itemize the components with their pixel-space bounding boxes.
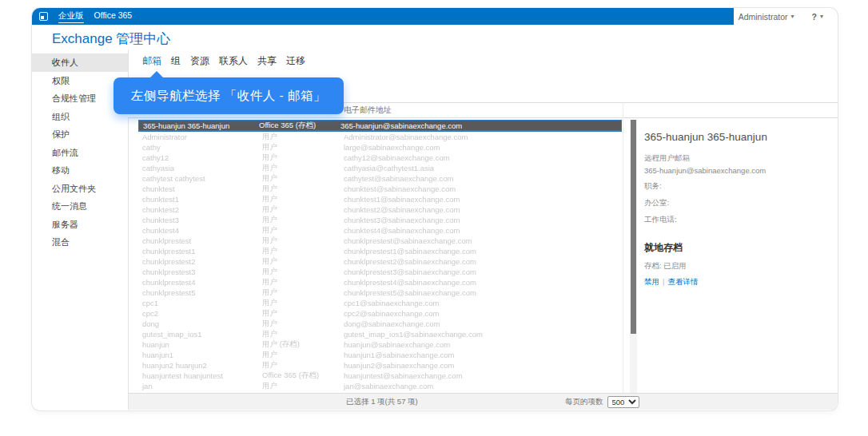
row-email: cpc1@sabinaexchange.com [344,299,622,307]
row-display-name: cathyasia [142,164,262,172]
user-menu[interactable]: Administrator ▾ [739,12,794,22]
table-row[interactable]: huanjun用户 (存档)huanjun@sabinaexchange.com [138,339,622,350]
row-mailbox-type: 用户 [262,256,344,267]
sidebar-item[interactable]: 混合 [32,233,128,252]
selection-status: 已选择 1 项(共 57 项) [346,394,418,410]
row-mailbox-type: 用户 [262,163,344,173]
table-row[interactable]: jan用户jan@sabinaexchange.com [138,381,622,391]
tab-active[interactable]: 邮箱 [142,54,161,68]
detail-field-label: 职务: [644,181,834,192]
table-row[interactable]: cathytest cathytest用户cathytest@sabinaexc… [138,173,622,184]
table-row[interactable]: chunktest3用户chunktest3@sabinaexchange.co… [138,215,622,225]
page-size-select[interactable]: 500 [607,396,639,408]
tab-item[interactable]: 共享 [257,54,277,68]
table-row[interactable]: cathyasia用户cathyasia@cathytest1.asia [138,163,622,173]
top-bar: 企业版Office 365 [32,8,734,25]
row-mailbox-type: 用户 (存档) [262,339,344,350]
sidebar-item[interactable]: 统一消息 [32,197,128,216]
table-row[interactable]: chunklprestest1用户chunklprestest1@sabinae… [138,246,622,256]
row-display-name: chunklprestest2 [142,257,262,266]
sidebar-item[interactable]: 服务器 [32,216,128,234]
table-row[interactable]: chunktest用户chunktest@sabinaexchange.com [138,184,622,194]
tab-item[interactable]: 迁移 [286,54,305,68]
tab-bar: 邮箱组资源联系人共享迁移 [142,54,305,68]
list-scrollbar[interactable] [630,120,637,393]
row-display-name: cathy12 [142,153,262,162]
help-icon: ? [812,12,817,22]
row-display-name: dong [142,319,262,328]
table-row[interactable]: chunklprestest用户chunklprestest@sabinaexc… [138,236,622,246]
archive-links: 禁用|查看详情 [644,277,834,287]
table-row[interactable]: dong用户dong@sabinaexchange.com [138,319,622,329]
row-display-name: jan [142,382,262,390]
table-row[interactable]: Administrator用户Administrator@sabinaexcha… [138,132,622,142]
table-row[interactable]: chunklprestest5用户chunklprestest5@sabinae… [138,287,622,298]
scrollbar-thumb[interactable] [631,120,636,334]
sidebar-item[interactable]: 邮件流 [32,144,128,162]
table-row[interactable]: huanjun2 huanjun2用户huanjun2@sabinaexchan… [138,360,622,371]
tab-item[interactable]: 组 [171,54,181,68]
row-email: large@sabinaexchange.com [344,143,622,152]
table-row[interactable]: cathy用户large@sabinaexchange.com [138,142,622,153]
row-display-name: chunklprestest4 [142,278,262,287]
chevron-down-icon: ▾ [791,13,794,20]
detail-link[interactable]: 查看详情 [667,277,698,286]
row-mailbox-type: 用户 [262,267,344,277]
row-display-name: chunktest [142,184,262,193]
brand-tab[interactable]: 企业版 [58,10,84,23]
column-header[interactable]: 电子邮件地址 [344,105,838,116]
row-mailbox-type: 用户 [262,153,344,163]
row-email: 365-huanjun@sabinaexchange.com [340,121,621,130]
help-menu[interactable]: ? ▾ [812,12,823,22]
row-display-name: chunklprestest3 [142,268,262,276]
row-mailbox-type: 用户 [262,308,344,319]
detail-mailbox-type: 远程用户邮箱 [644,153,834,164]
row-display-name: chunktest3 [142,216,262,224]
row-display-name: cathy [142,143,262,152]
table-row[interactable]: huanjuntest huanjuntestOffice 365 (存档)hu… [138,371,622,381]
sidebar-item[interactable]: 公用文件夹 [32,180,128,198]
callout-arrow-icon [149,71,164,78]
table-row[interactable]: cpc2用户cpc2@sabinaexchange.com [138,308,622,319]
row-email: chunktest2@sabinaexchange.com [344,205,622,214]
row-mailbox-type: 用户 [262,204,344,215]
row-mailbox-type: 用户 [262,246,344,256]
sidebar-item[interactable]: 保护 [32,125,128,144]
row-email: chunktest1@sabinaexchange.com [344,195,622,204]
row-mailbox-type: 用户 [262,132,344,142]
tab-item[interactable]: 联系人 [219,54,248,68]
table-row-selected[interactable]: 365-huanjun 365-huanjun Office 365 (存档) … [138,120,622,132]
table-row[interactable]: cpc1用户cpc1@sabinaexchange.com [138,298,622,308]
row-email: chunklprestest4@sabinaexchange.com [344,278,622,287]
row-email: huanjuntest@sabinaexchange.com [344,371,622,380]
row-mailbox-type: 用户 [262,319,344,329]
row-mailbox-type: 用户 [262,225,344,236]
brand-tab[interactable]: Office 365 [94,10,133,23]
row-email: cathytest@sabinaexchange.com [344,174,622,183]
row-display-name: gutest_imap_ios1 [142,330,262,339]
table-row[interactable]: chunklprestest4用户chunklprestest4@sabinae… [138,277,622,287]
archive-status: 存档: 已启用 [644,261,834,272]
row-mailbox-type: 用户 [262,360,344,371]
table-row[interactable]: chunklprestest2用户chunklprestest2@sabinae… [138,256,622,267]
list-right-border [623,102,623,393]
table-row[interactable]: chunktest4用户chunktest4@sabinaexchange.co… [138,225,622,236]
row-email: chunklprestest3@sabinaexchange.com [344,268,622,276]
tab-item[interactable]: 资源 [190,54,209,68]
table-row[interactable]: chunklprestest3用户chunklprestest3@sabinae… [138,267,622,277]
archive-heading: 就地存档 [644,241,834,255]
table-row[interactable]: gutest_imap_ios1用户gutest_imap_ios1@sabin… [138,329,622,339]
row-mailbox-type: 用户 [262,236,344,246]
table-row[interactable]: chunktest2用户chunktest2@sabinaexchange.co… [138,204,622,215]
detail-link[interactable]: 禁用 [644,277,659,286]
table-row[interactable]: huanjun1用户huanjun1@sabinaexchange.com [138,350,622,360]
detail-fields: 职务:办公室:工作电话: [639,181,834,225]
user-menu-label: Administrator [739,12,788,22]
table-row[interactable]: cathy12用户cathy12@sabinaexchange.com [138,153,622,163]
sidebar-item[interactable]: 移动 [32,161,128,180]
row-mailbox-type: 用户 [262,287,344,298]
footer-bar: 已选择 1 项(共 57 项) 每页的项数 500 [129,393,838,410]
sidebar-item[interactable]: 收件人 [32,54,128,72]
table-row[interactable]: chunktest1用户chunktest1@sabinaexchange.co… [138,194,622,204]
row-display-name: chunktest4 [142,226,262,235]
